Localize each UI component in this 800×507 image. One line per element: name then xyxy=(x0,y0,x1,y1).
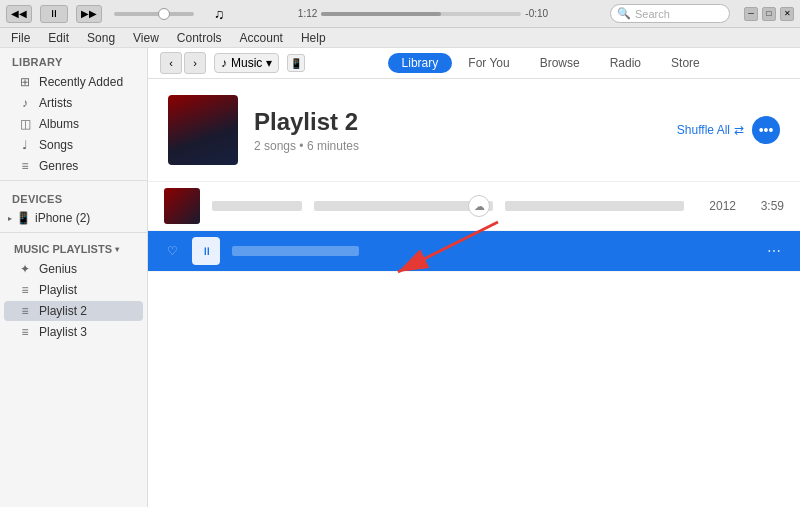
sidebar-item-playlist3[interactable]: ≡ Playlist 3 xyxy=(4,322,143,342)
tab-browse[interactable]: Browse xyxy=(526,53,594,73)
menu-edit[interactable]: Edit xyxy=(45,30,72,46)
sidebar-label-playlist3: Playlist 3 xyxy=(39,325,87,339)
tab-for-you[interactable]: For You xyxy=(454,53,523,73)
nav-bar: ‹ › ♪ Music ▾ 📱 Library For You Browse R… xyxy=(148,48,800,79)
track1-name xyxy=(212,201,302,211)
source-chevron-icon: ▾ xyxy=(266,56,272,70)
menu-view[interactable]: View xyxy=(130,30,162,46)
menu-help[interactable]: Help xyxy=(298,30,329,46)
sidebar-label-playlist2: Playlist 2 xyxy=(39,304,87,318)
track-time: 1:12 -0:10 xyxy=(298,8,548,19)
app-body: Library ⊞ Recently Added ♪ Artists ◫ Alb… xyxy=(0,48,800,507)
playlist-info: Playlist 2 2 songs • 6 minutes xyxy=(254,108,661,153)
search-placeholder: Search xyxy=(635,8,670,20)
sidebar-item-playlist[interactable]: ≡ Playlist xyxy=(4,280,143,300)
pause-track-button[interactable]: ⏸ xyxy=(192,237,220,265)
music-note-nav-icon: ♪ xyxy=(221,56,227,70)
playlist-actions: Shuffle All ⇄ ••• xyxy=(677,116,780,144)
time-remaining: -0:10 xyxy=(525,8,548,19)
shuffle-icon: ⇄ xyxy=(734,123,744,137)
menu-song[interactable]: Song xyxy=(84,30,118,46)
title-bar-right: 🔍 Search ─ □ ✕ xyxy=(610,4,794,23)
sidebar-label-genres: Genres xyxy=(39,159,78,173)
track1-album xyxy=(505,201,684,211)
device-label: iPhone (2) xyxy=(35,211,90,225)
prev-button[interactable]: ◀◀ xyxy=(6,5,32,23)
sidebar-item-albums[interactable]: ◫ Albums xyxy=(4,114,143,134)
next-button[interactable]: ▶▶ xyxy=(76,5,102,23)
playlist-icon: ≡ xyxy=(18,283,32,297)
devices-section-header: Devices xyxy=(0,185,147,208)
menu-file[interactable]: File xyxy=(8,30,33,46)
track2-name xyxy=(232,246,359,256)
music-playlists-label: Music Playlists xyxy=(14,243,112,255)
sidebar-item-playlist2[interactable]: ≡ Playlist 2 xyxy=(4,301,143,321)
track1-duration: 3:59 xyxy=(748,199,784,213)
pause-button[interactable]: ⏸ xyxy=(40,5,68,23)
table-row[interactable]: ♡ ⏸ ⋯ xyxy=(148,231,800,272)
menu-bar: File Edit Song View Controls Account Hel… xyxy=(0,28,800,48)
playlist-art-inner xyxy=(168,95,238,165)
albums-icon: ◫ xyxy=(18,117,32,131)
volume-slider[interactable] xyxy=(114,12,194,16)
menu-controls[interactable]: Controls xyxy=(174,30,225,46)
love-icon[interactable]: ♡ xyxy=(164,243,180,259)
device-icon: 📱 xyxy=(16,211,31,225)
track1-thumbnail xyxy=(164,188,200,224)
time-elapsed: 1:12 xyxy=(298,8,317,19)
device-arrow-icon: ▸ xyxy=(8,214,12,223)
genius-icon: ✦ xyxy=(18,262,32,276)
playlist-meta: 2 songs • 6 minutes xyxy=(254,139,661,153)
songs-icon: ♩ xyxy=(18,138,32,152)
shuffle-all-button[interactable]: Shuffle All ⇄ xyxy=(677,123,744,137)
icloud-download-icon[interactable]: ☁ xyxy=(468,195,490,217)
title-bar: ◀◀ ⏸ ▶▶ ♫ 1:12 -0:10 🔍 Search ─ □ ✕ xyxy=(0,0,800,28)
playlist-header: Playlist 2 2 songs • 6 minutes Shuffle A… xyxy=(148,79,800,182)
playlist-more-button[interactable]: ••• xyxy=(752,116,780,144)
sidebar-label-genius: Genius xyxy=(39,262,77,276)
table-row[interactable]: ☁ 2012 3:59 xyxy=(148,182,800,231)
library-section-header: Library xyxy=(0,48,147,71)
track1-mid xyxy=(314,201,493,211)
close-button[interactable]: ✕ xyxy=(780,7,794,21)
track-progress-fill xyxy=(321,12,441,16)
sidebar-item-recently-added[interactable]: ⊞ Recently Added xyxy=(4,72,143,92)
track-progress-area: 1:12 -0:10 xyxy=(240,8,606,19)
nav-forward-button[interactable]: › xyxy=(184,52,206,74)
source-selector[interactable]: ♪ Music ▾ xyxy=(214,53,279,73)
tab-radio[interactable]: Radio xyxy=(596,53,655,73)
menu-account[interactable]: Account xyxy=(237,30,286,46)
sidebar: Library ⊞ Recently Added ♪ Artists ◫ Alb… xyxy=(0,48,148,507)
maximize-button[interactable]: □ xyxy=(762,7,776,21)
playlist-artwork xyxy=(168,95,238,165)
tab-store[interactable]: Store xyxy=(657,53,714,73)
music-note-icon: ♫ xyxy=(206,5,232,23)
track2-more-button[interactable]: ⋯ xyxy=(764,243,784,259)
source-label: Music xyxy=(231,56,262,70)
sidebar-item-iphone[interactable]: ▸ 📱 iPhone (2) xyxy=(0,208,147,228)
track1-year: 2012 xyxy=(696,199,736,213)
phone-icon: 📱 xyxy=(287,54,305,72)
nav-back-button[interactable]: ‹ xyxy=(160,52,182,74)
sidebar-label-recently-added: Recently Added xyxy=(39,75,123,89)
minimize-button[interactable]: ─ xyxy=(744,7,758,21)
sidebar-item-songs[interactable]: ♩ Songs xyxy=(4,135,143,155)
playlist2-icon: ≡ xyxy=(18,304,32,318)
sidebar-item-artists[interactable]: ♪ Artists xyxy=(4,93,143,113)
content-area: ‹ › ♪ Music ▾ 📱 Library For You Browse R… xyxy=(148,48,800,507)
sidebar-label-songs: Songs xyxy=(39,138,73,152)
shuffle-label: Shuffle All xyxy=(677,123,730,137)
track-progress-bar[interactable] xyxy=(321,12,521,16)
playlist-title: Playlist 2 xyxy=(254,108,661,136)
track-list: ☁ 2012 3:59 ♡ ⏸ ⋯ xyxy=(148,182,800,507)
sidebar-item-genres[interactable]: ≡ Genres xyxy=(4,156,143,176)
volume-thumb xyxy=(158,8,170,20)
tab-library[interactable]: Library xyxy=(388,53,453,73)
genres-icon: ≡ xyxy=(18,159,32,173)
sidebar-item-genius[interactable]: ✦ Genius xyxy=(4,259,143,279)
music-playlists-header[interactable]: Music Playlists ▾ xyxy=(0,237,147,258)
search-box[interactable]: 🔍 Search xyxy=(610,4,730,23)
sidebar-divider-1 xyxy=(0,180,147,181)
window-controls: ─ □ ✕ xyxy=(744,7,794,21)
nav-arrows: ‹ › xyxy=(160,52,206,74)
